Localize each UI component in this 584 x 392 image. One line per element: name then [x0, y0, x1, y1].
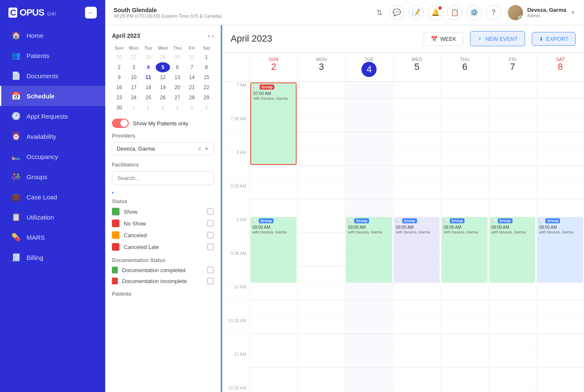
calendar-cell[interactable]	[441, 199, 488, 216]
sidebar-item-occupancy[interactable]: 🛏️ Occupancy	[0, 146, 105, 167]
mini-cal-day[interactable]: 5	[156, 62, 170, 72]
mini-cal-day[interactable]: 18	[141, 82, 156, 93]
settings-button[interactable]: ⚙️	[467, 5, 482, 20]
calendar-event[interactable]: 🏳️Group09:00 AMwith Deveza, Garma	[250, 217, 297, 283]
mini-cal-day[interactable]: 21	[185, 82, 199, 93]
mini-cal-day[interactable]: 4	[170, 103, 185, 113]
mini-cal-day[interactable]: 26	[156, 93, 170, 103]
calendar-cell[interactable]	[297, 183, 345, 199]
calendar-cell[interactable]	[297, 115, 345, 132]
calendar-cell[interactable]	[536, 132, 584, 149]
calendar-cell[interactable]	[250, 334, 297, 351]
calendar-cell[interactable]	[297, 300, 345, 317]
calendar-cell[interactable]	[488, 317, 536, 334]
calendar-cell[interactable]	[393, 199, 441, 216]
calendar-cell[interactable]	[250, 384, 297, 392]
mini-cal-next[interactable]: ›	[212, 32, 214, 39]
calendar-cell[interactable]	[297, 98, 345, 115]
calendar-cell[interactable]	[536, 149, 584, 166]
calendar-cell[interactable]	[345, 82, 393, 98]
calendar-cell[interactable]	[250, 183, 297, 199]
calendar-cell[interactable]	[297, 250, 345, 267]
sidebar-item-utilization[interactable]: 📋 Utilization	[0, 207, 105, 227]
calendar-cell[interactable]	[441, 351, 488, 368]
calendar-cell[interactable]	[250, 166, 297, 183]
mini-cal-day[interactable]: 13	[170, 72, 185, 82]
calendar-cell[interactable]	[441, 132, 488, 149]
calendar-cell[interactable]	[297, 368, 345, 384]
calendar-event[interactable]: 🏳️Group07:00 AMwith Deveza, Garma	[250, 82, 297, 165]
calendar-cell[interactable]	[488, 283, 536, 300]
calendar-cell[interactable]	[250, 351, 297, 368]
calendar-cell[interactable]	[393, 384, 441, 392]
show-my-patients-toggle[interactable]	[112, 119, 129, 128]
calendar-cell[interactable]	[393, 98, 441, 115]
calendar-cell[interactable]	[536, 82, 584, 98]
mini-cal-day[interactable]: 10	[127, 72, 141, 82]
calendar-cell[interactable]	[536, 183, 584, 199]
calendar-cell[interactable]	[345, 132, 393, 149]
calendar-cell[interactable]	[393, 300, 441, 317]
calendar-cell[interactable]	[536, 283, 584, 300]
calendar-cell[interactable]	[488, 351, 536, 368]
calendar-event[interactable]: 🏳️Group09:00 AMwith Deveza, Garma	[441, 217, 488, 283]
mini-cal-day[interactable]: 17	[127, 82, 141, 93]
calendar-cell[interactable]	[393, 166, 441, 183]
calendar-cell[interactable]	[488, 183, 536, 199]
calendar-cell[interactable]	[393, 115, 441, 132]
calendar-cell[interactable]	[441, 283, 488, 300]
calendar-cell[interactable]	[536, 351, 584, 368]
calendar-cell[interactable]	[250, 199, 297, 216]
doc-completed-checkbox[interactable]	[207, 267, 214, 273]
calendar-cell[interactable]	[441, 334, 488, 351]
calendar-cell[interactable]	[393, 368, 441, 384]
calendar-cell[interactable]	[297, 384, 345, 392]
clipboard-button[interactable]: 📋	[447, 5, 462, 20]
calendar-cell[interactable]	[297, 334, 345, 351]
sidebar-item-groups[interactable]: 👫 Groups	[0, 167, 105, 187]
mini-cal-day[interactable]: 30	[170, 52, 185, 62]
calendar-cell[interactable]	[536, 98, 584, 115]
calendar-cell[interactable]	[393, 132, 441, 149]
calendar-cell[interactable]	[297, 233, 345, 250]
notifications-button[interactable]: 🔔	[428, 5, 443, 20]
back-button[interactable]: ←	[85, 7, 97, 19]
calendar-cell[interactable]	[441, 82, 488, 98]
mini-cal-day[interactable]: 25	[141, 93, 156, 103]
calendar-cell[interactable]	[345, 283, 393, 300]
show-checkbox[interactable]	[207, 208, 214, 215]
calendar-cell[interactable]	[297, 216, 345, 233]
mini-cal-day[interactable]: 31	[185, 52, 199, 62]
notes-button[interactable]: 📝	[409, 5, 424, 20]
calendar-cell[interactable]	[488, 300, 536, 317]
dropdown-icon[interactable]: ▼	[204, 146, 209, 152]
mini-cal-day[interactable]: 15	[199, 72, 214, 82]
mini-cal-day[interactable]: 29	[199, 93, 214, 103]
calendar-cell[interactable]	[345, 166, 393, 183]
calendar-cell[interactable]	[250, 317, 297, 334]
calendar-cell[interactable]	[488, 384, 536, 392]
calendar-cell[interactable]	[345, 368, 393, 384]
calendar-event[interactable]: 🏳️Group09:00 AMwith Deveza, Garma	[346, 217, 392, 283]
calendar-cell[interactable]	[393, 149, 441, 166]
mini-cal-day[interactable]: 19	[156, 82, 170, 93]
calendar-cell[interactable]	[297, 351, 345, 368]
sidebar-item-mars[interactable]: 💊 MARS	[0, 227, 105, 247]
sidebar-item-billing[interactable]: 🧾 Billing	[0, 247, 105, 268]
calendar-cell[interactable]	[441, 368, 488, 384]
calendar-cell[interactable]	[345, 98, 393, 115]
mini-cal-day[interactable]: 16	[112, 82, 127, 93]
calendar-cell[interactable]	[441, 183, 488, 199]
calendar-cell[interactable]	[488, 149, 536, 166]
mini-cal-prev[interactable]: ‹	[208, 32, 210, 39]
calendar-cell[interactable]	[297, 132, 345, 149]
mini-cal-day[interactable]: 24	[127, 93, 141, 103]
calendar-cell[interactable]	[250, 368, 297, 384]
calendar-cell[interactable]	[345, 115, 393, 132]
mini-cal-day[interactable]: 2	[112, 62, 127, 72]
calendar-cell[interactable]	[297, 283, 345, 300]
calendar-cell[interactable]	[345, 384, 393, 392]
mini-cal-day[interactable]: 29	[156, 52, 170, 62]
mini-cal-day[interactable]: 6	[199, 103, 214, 113]
calendar-cell[interactable]	[536, 300, 584, 317]
